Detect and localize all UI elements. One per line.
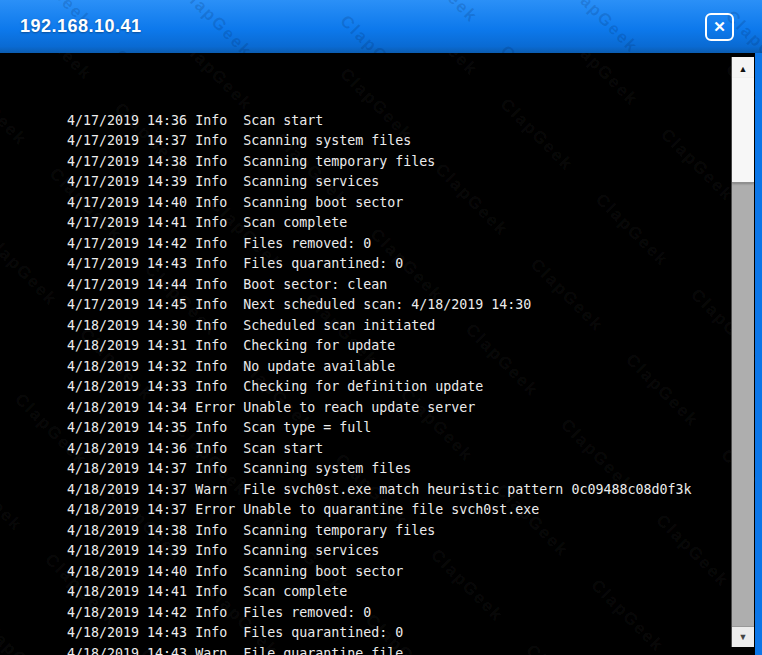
log-level: Info: [195, 541, 243, 562]
log-timestamp: 4/18/2019 14:42: [67, 603, 195, 624]
log-timestamp: 4/18/2019 14:37: [67, 480, 195, 501]
remote-host-window: ClapGeek ClapGeek ClapGeek ClapGeek Clap…: [0, 0, 762, 655]
log-level: Info: [195, 336, 243, 357]
window-title: 192.168.10.41: [20, 0, 142, 53]
log-message: Scanning system files: [243, 459, 411, 480]
log-level: Error: [195, 398, 243, 419]
arrow-down-icon: ▼: [739, 632, 748, 642]
log-timestamp: 4/17/2019 14:40: [67, 193, 195, 214]
log-level: Warn: [195, 644, 243, 655]
log-timestamp: 4/18/2019 14:40: [67, 562, 195, 583]
log-message: Boot sector: clean: [243, 275, 387, 296]
log-message: Scan start: [243, 111, 323, 132]
log-message: Scanning services: [243, 541, 379, 562]
log-timestamp: 4/18/2019 14:32: [67, 357, 195, 378]
log-level: Info: [195, 213, 243, 234]
log-message: Files removed: 0: [243, 234, 371, 255]
log-message: File quarantine file: [243, 644, 403, 655]
close-button[interactable]: ✕: [705, 13, 734, 41]
log-timestamp: 4/18/2019 14:36: [67, 439, 195, 460]
log-level: Info: [195, 193, 243, 214]
log-level: Info: [195, 582, 243, 603]
log-message: Files removed: 0: [243, 603, 371, 624]
log-timestamp: 4/18/2019 14:30: [67, 316, 195, 337]
log-timestamp: 4/18/2019 14:37: [67, 459, 195, 480]
log-message: Scan type = full: [243, 418, 371, 439]
log-timestamp: 4/18/2019 14:43: [67, 644, 195, 655]
log-timestamp: 4/18/2019 14:43: [67, 623, 195, 644]
log-message: Scanning services: [243, 172, 379, 193]
log-message: Scanning system files: [243, 131, 411, 152]
log-level: Info: [195, 316, 243, 337]
log-timestamp: 4/18/2019 14:33: [67, 377, 195, 398]
arrow-up-icon: ▲: [739, 64, 748, 74]
log-level: Info: [195, 459, 243, 480]
close-icon: ✕: [713, 18, 726, 35]
log-timestamp: 4/17/2019 14:41: [67, 213, 195, 234]
log-timestamp: 4/17/2019 14:42: [67, 234, 195, 255]
log-level: Info: [195, 152, 243, 173]
log-timestamp: 4/18/2019 14:41: [67, 582, 195, 603]
scrollbar-thumb[interactable]: [732, 78, 754, 183]
log-message: Scan complete: [243, 213, 347, 234]
log-timestamp: 4/18/2019 14:35: [67, 418, 195, 439]
log-message: Scan complete: [243, 582, 347, 603]
scroll-up-button[interactable]: ▲: [732, 57, 754, 78]
log-message: No update available: [243, 357, 395, 378]
log-level: Info: [195, 295, 243, 316]
log-timestamp: 4/17/2019 14:44: [67, 275, 195, 296]
log-message: Scanning boot sector: [243, 562, 403, 583]
log-level: Info: [195, 254, 243, 275]
scroll-down-button[interactable]: ▼: [732, 626, 754, 647]
log-message: Scanning temporary files: [243, 521, 435, 542]
log-level: Info: [195, 377, 243, 398]
log-timestamp: 4/18/2019 14:37: [67, 500, 195, 521]
log-level: Info: [195, 623, 243, 644]
log-row: 4/17/2019 14:36InfoScan start: [3, 90, 723, 111]
log-message: Unable to quarantine file svch0st.exe: [243, 500, 539, 521]
log-level: Info: [195, 439, 243, 460]
log-level: Info: [195, 603, 243, 624]
log-timestamp: 4/17/2019 14:39: [67, 172, 195, 193]
log-timestamp: 4/17/2019 14:45: [67, 295, 195, 316]
log-level: Info: [195, 562, 243, 583]
log-timestamp: 4/17/2019 14:36: [67, 111, 195, 132]
log-message: Files quarantined: 0: [243, 623, 403, 644]
log-level: Info: [195, 234, 243, 255]
log-message: Scanning temporary files: [243, 152, 435, 173]
log-level: Info: [195, 131, 243, 152]
log-level: Info: [195, 111, 243, 132]
log-message: Files quarantined: 0: [243, 254, 403, 275]
log-level: Error: [195, 500, 243, 521]
scrollbar[interactable]: ▲ ▼: [731, 57, 754, 647]
log-message: Scheduled scan initiated: [243, 316, 435, 337]
log-message: Scanning boot sector: [243, 193, 403, 214]
log-message: File svch0st.exe match heuristic pattern…: [243, 480, 691, 501]
log-level: Info: [195, 357, 243, 378]
log-message: Checking for update: [243, 336, 395, 357]
log-level: Info: [195, 521, 243, 542]
log-level: Warn: [195, 480, 243, 501]
log-timestamp: 4/17/2019 14:37: [67, 131, 195, 152]
window-titlebar[interactable]: ClapGeek ClapGeek ClapGeek ClapGeek Clap…: [0, 0, 762, 53]
log-level: Info: [195, 275, 243, 296]
log-level: Info: [195, 418, 243, 439]
log-timestamp: 4/18/2019 14:31: [67, 336, 195, 357]
log-message: Checking for definition update: [243, 377, 483, 398]
log-timestamp: 4/17/2019 14:38: [67, 152, 195, 173]
log-level: Info: [195, 172, 243, 193]
log-timestamp: 4/18/2019 14:39: [67, 541, 195, 562]
log-timestamp: 4/18/2019 14:38: [67, 521, 195, 542]
log-timestamp: 4/17/2019 14:43: [67, 254, 195, 275]
log-timestamp: 4/18/2019 14:34: [67, 398, 195, 419]
log-message: Next scheduled scan: 4/18/2019 14:30: [243, 295, 531, 316]
log-message: Unable to reach update server: [243, 398, 475, 419]
log-message: Scan start: [243, 439, 323, 460]
terminal-log-viewport[interactable]: ClapGeek ClapGeek ClapGeek ClapGeek Clap…: [0, 53, 762, 655]
log-lines: 4/17/2019 14:36InfoScan start 4/17/2019 …: [3, 53, 723, 655]
